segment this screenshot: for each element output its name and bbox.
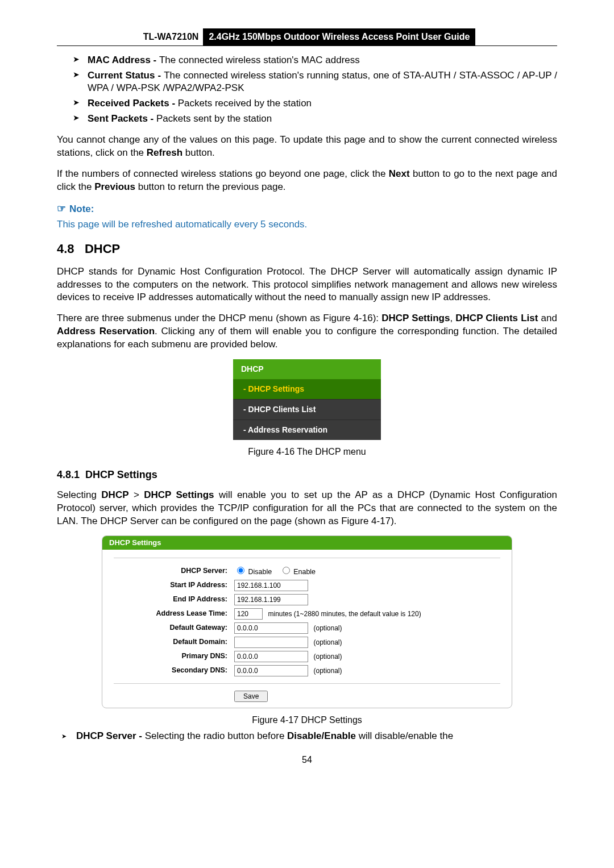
gateway-input[interactable] <box>234 622 308 634</box>
definition: Packets received by the station <box>178 98 312 109</box>
radio-enable[interactable] <box>283 567 290 574</box>
subsection-number: 4.8.1 <box>57 469 80 480</box>
row-domain: Default Domain: (optional) <box>114 637 500 648</box>
note-label: Note: <box>69 203 94 214</box>
row-gateway: Default Gateway: (optional) <box>114 622 500 634</box>
menu-item: - Address Reservation <box>233 420 381 440</box>
definition: Packets sent by the station <box>156 113 272 124</box>
radio-disable[interactable] <box>237 567 244 574</box>
row-secondary-dns: Secondary DNS: (optional) <box>114 665 500 676</box>
start-ip-input[interactable] <box>234 580 308 591</box>
optional-hint: (optional) <box>313 667 342 675</box>
label-primary-dns: Primary DNS: <box>114 651 234 661</box>
divider <box>114 558 500 558</box>
label-dhcp-server: DHCP Server: <box>114 566 234 576</box>
optional-hint: (optional) <box>313 638 342 646</box>
end-ip-input[interactable] <box>234 594 308 605</box>
menu-item-selected: - DHCP Settings <box>233 379 381 399</box>
doc-header: TL-WA7210N 2.4GHz 150Mbps Outdoor Wirele… <box>57 28 557 45</box>
menu-header: DHCP <box>233 359 381 379</box>
subsection-title: DHCP Settings <box>85 469 157 480</box>
paragraph: Selecting DHCP > DHCP Settings will enab… <box>57 489 557 528</box>
row-primary-dns: Primary DNS: (optional) <box>114 651 500 662</box>
definition: The connected wireless station's MAC add… <box>159 55 360 65</box>
secondary-dns-input[interactable] <box>234 665 308 676</box>
paragraph: There are three submenus under the DHCP … <box>57 312 557 351</box>
row-end-ip: End IP Address: <box>114 594 500 605</box>
term: DHCP Server - <box>76 730 145 741</box>
radio-disable-label[interactable]: Disable <box>234 568 272 576</box>
lease-input[interactable] <box>234 608 263 620</box>
row-lease: Address Lease Time: minutes (1~2880 minu… <box>114 608 500 620</box>
panel-title: DHCP Settings <box>102 536 512 550</box>
paragraph: DHCP stands for Dynamic Host Configurati… <box>57 265 557 305</box>
guide-title: 2.4GHz 150Mbps Outdoor Wireless Access P… <box>203 28 475 45</box>
term: Current Status - <box>88 70 164 81</box>
header-rule <box>57 45 557 46</box>
term: MAC Address - <box>88 55 159 65</box>
row-start-ip: Start IP Address: <box>114 580 500 591</box>
list-item: DHCP Server - Selecting the radio button… <box>61 730 557 743</box>
figure-caption: Figure 4-16 The DHCP menu <box>57 446 557 458</box>
section-heading: 4.8 DHCP <box>57 240 557 258</box>
domain-input[interactable] <box>234 637 308 648</box>
figure-caption: Figure 4-17 DHCP Settings <box>57 714 557 726</box>
lease-hint: minutes (1~2880 minutes, the default val… <box>268 610 421 618</box>
note-block: ☞Note: This page will be refreshed autom… <box>57 202 557 231</box>
section-title: DHCP <box>85 242 120 256</box>
label-start-ip: Start IP Address: <box>114 580 234 590</box>
list-item: Sent Packets - Packets sent by the stati… <box>73 113 557 126</box>
label-gateway: Default Gateway: <box>114 623 234 633</box>
paragraph: You cannot change any of the values on t… <box>57 134 557 160</box>
optional-hint: (optional) <box>313 624 342 632</box>
paragraph: If the numbers of connected wireless sta… <box>57 168 557 194</box>
term: Received Packets - <box>88 98 178 109</box>
label-domain: Default Domain: <box>114 637 234 647</box>
menu-item: - DHCP Clients List <box>233 399 381 420</box>
list-item: MAC Address - The connected wireless sta… <box>73 54 557 67</box>
radio-enable-label[interactable]: Enable <box>280 568 316 576</box>
subsection-heading: 4.8.1 DHCP Settings <box>57 468 557 481</box>
primary-dns-input[interactable] <box>234 651 308 662</box>
term: Sent Packets - <box>88 113 156 124</box>
note-text: This page will be refreshed automaticall… <box>57 218 557 231</box>
model-label: TL-WA7210N <box>139 28 204 45</box>
list-item: Current Status - The connected wireless … <box>73 69 557 95</box>
list-item: Received Packets - Packets received by t… <box>73 97 557 110</box>
label-secondary-dns: Secondary DNS: <box>114 666 234 675</box>
definition-list: MAC Address - The connected wireless sta… <box>57 54 557 126</box>
section-number: 4.8 <box>57 242 74 256</box>
save-button[interactable]: Save <box>234 691 268 702</box>
dhcp-settings-panel: DHCP Settings DHCP Server: Disable Enabl… <box>102 535 512 708</box>
label-lease: Address Lease Time: <box>114 609 234 618</box>
dhcp-menu-figure: DHCP - DHCP Settings - DHCP Clients List… <box>233 359 381 440</box>
pointing-hand-icon: ☞ <box>57 203 66 214</box>
label-end-ip: End IP Address: <box>114 595 234 604</box>
optional-hint: (optional) <box>313 653 342 661</box>
definition-list: DHCP Server - Selecting the radio button… <box>57 730 557 743</box>
divider <box>114 683 500 684</box>
row-dhcp-server: DHCP Server: Disable Enable <box>114 565 500 577</box>
page-number: 54 <box>57 754 557 766</box>
